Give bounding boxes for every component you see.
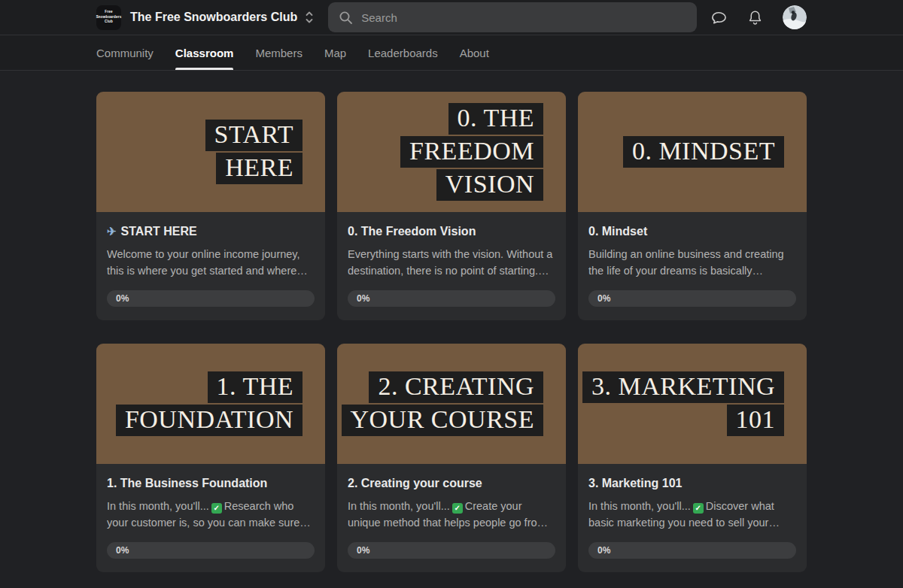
progress-bar: 0% (107, 542, 315, 559)
progress-bar: 0% (588, 290, 796, 307)
cover-text-line: 101 (727, 405, 785, 436)
course-description: Building an online business and creating… (588, 247, 796, 280)
logo-text-line: Club (105, 20, 113, 25)
cover-text-line: HERE (216, 153, 303, 184)
course-card-business-foundation[interactable]: 1. THE FOUNDATION 1. The Business Founda… (96, 344, 325, 572)
community-switcher-chevrons-icon[interactable] (304, 9, 315, 26)
cover-text-line: 3. MARKETING (582, 371, 784, 403)
nav-tab-about[interactable]: About (460, 35, 489, 70)
airplane-departure-icon: ✈ (107, 225, 117, 238)
logo-text-line: Snowboarders (96, 15, 122, 20)
chat-button[interactable] (710, 9, 728, 26)
progress-label: 0% (107, 545, 129, 556)
bell-icon (747, 9, 763, 26)
cover-text-line: 0. THE (448, 103, 543, 135)
course-description: In this month, you'll...✓Research who yo… (107, 499, 315, 532)
community-name[interactable]: The Free Snowboarders Club (130, 11, 297, 24)
course-title: 2. Creating your course (348, 476, 555, 491)
progress-label: 0% (348, 545, 369, 556)
course-grid: START HERE ✈START HERE Welcome to your o… (96, 92, 807, 572)
course-cover-image: 1. THE FOUNDATION (96, 344, 325, 464)
course-title: ✈START HERE (107, 224, 315, 239)
progress-bar: 0% (348, 290, 555, 307)
progress-label: 0% (588, 545, 610, 556)
cover-text-line: VISION (436, 169, 543, 201)
course-title: 1. The Business Foundation (107, 476, 315, 491)
course-cover-image: 3. MARKETING 101 (578, 344, 807, 464)
progress-bar: 0% (107, 290, 315, 307)
progress-label: 0% (107, 293, 129, 304)
cover-text-line: FREEDOM (400, 136, 543, 168)
course-description: Welcome to your online income journey, t… (107, 247, 315, 280)
nav-tab-members[interactable]: Members (255, 35, 303, 70)
course-card-freedom-vision[interactable]: 0. THE FREEDOM VISION 0. The Freedom Vis… (337, 92, 566, 320)
nav-tab-map[interactable]: Map (324, 35, 346, 70)
course-card-mindset[interactable]: 0. MINDSET 0. Mindset Building an online… (578, 92, 807, 320)
course-title: 0. The Freedom Vision (348, 224, 555, 239)
course-title: 3. Marketing 101 (588, 476, 796, 491)
cover-text-line: 2. CREATING (369, 371, 543, 403)
notifications-button[interactable] (747, 9, 763, 26)
course-cover-image: 2. CREATING YOUR COURSE (337, 344, 566, 464)
cover-text-line: YOUR COURSE (342, 405, 543, 436)
nav-bar: Community Classroom Members Map Leaderbo… (0, 35, 903, 71)
course-cover-image: START HERE (96, 92, 325, 212)
nav-tab-classroom[interactable]: Classroom (175, 35, 234, 70)
cover-text-line: 0. MINDSET (623, 136, 784, 168)
course-card-start-here[interactable]: START HERE ✈START HERE Welcome to your o… (96, 92, 325, 320)
course-title: 0. Mindset (588, 224, 796, 239)
search-bar[interactable] (328, 2, 697, 32)
top-bar: Free Snowboarders Club The Free Snowboar… (0, 0, 903, 35)
chat-bubble-icon (710, 9, 728, 26)
nav-tab-leaderboards[interactable]: Leaderboards (368, 35, 438, 70)
course-card-creating-your-course[interactable]: 2. CREATING YOUR COURSE 2. Creating your… (337, 344, 566, 572)
nav-tab-community[interactable]: Community (96, 35, 154, 70)
search-icon (339, 11, 353, 25)
check-mark-icon: ✓ (693, 503, 704, 514)
course-description: In this month, you'll...✓Discover what b… (588, 499, 796, 532)
check-mark-icon: ✓ (211, 503, 222, 514)
progress-bar: 0% (348, 542, 555, 559)
course-description: Everything starts with the vision. Witho… (348, 247, 555, 280)
progress-label: 0% (588, 293, 610, 304)
classroom-content: START HERE ✈START HERE Welcome to your o… (96, 71, 807, 572)
course-cover-image: 0. THE FREEDOM VISION (337, 92, 566, 212)
course-card-marketing-101[interactable]: 3. MARKETING 101 3. Marketing 101 In thi… (578, 344, 807, 572)
search-input[interactable] (361, 11, 686, 24)
logo-text-line: Free (105, 10, 112, 15)
community-logo[interactable]: Free Snowboarders Club (96, 5, 121, 30)
user-avatar[interactable] (783, 5, 807, 29)
progress-bar: 0% (588, 542, 796, 559)
cover-text-line: START (205, 120, 303, 151)
check-mark-icon: ✓ (452, 503, 463, 514)
cover-text-line: FOUNDATION (116, 405, 303, 436)
course-cover-image: 0. MINDSET (578, 92, 807, 212)
progress-label: 0% (348, 293, 369, 304)
cover-text-line: 1. THE (208, 371, 303, 403)
course-description: In this month, you'll...✓Create your uni… (348, 499, 555, 532)
